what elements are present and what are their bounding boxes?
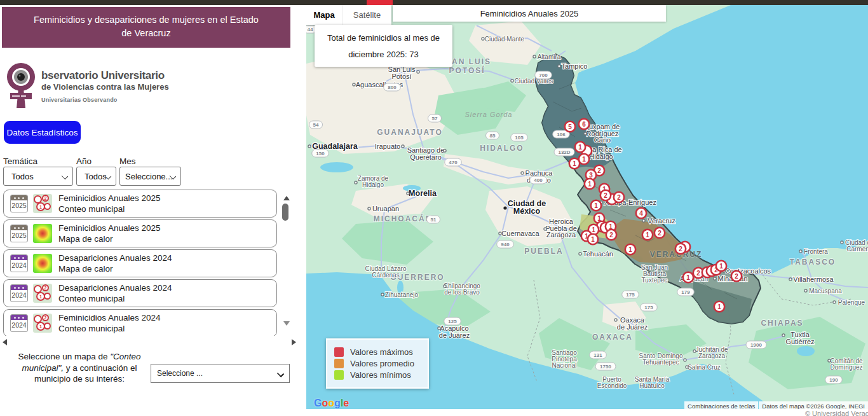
- tematica-select[interactable]: Todos: [3, 167, 73, 186]
- city-dot: [402, 145, 404, 148]
- map-marker[interactable]: 4: [636, 208, 646, 218]
- city-dot: [828, 359, 831, 362]
- layer-subtitle: Mapa de calor: [58, 263, 172, 274]
- map-marker[interactable]: 2: [731, 271, 742, 281]
- map-marker[interactable]: 1: [714, 302, 724, 312]
- city-label: Nacional: [552, 362, 577, 369]
- layer-card[interactable]: 202421Feminicidios Anuales 2024Conteo mu…: [3, 309, 277, 336]
- logo-line-2: de Violencias contra las Mujeres: [41, 82, 169, 92]
- city-dot: [511, 80, 513, 82]
- layer-card[interactable]: 202421Desapariciones Anuales 2024Conteo …: [3, 279, 277, 307]
- marker-count: 3: [589, 172, 593, 179]
- road-shield-number: 150: [316, 151, 325, 156]
- marker-count: 1: [686, 274, 690, 281]
- university-attribution: © Universidad Veracr: [805, 410, 868, 416]
- city-dot: [782, 334, 785, 336]
- map-marker[interactable]: 2: [654, 228, 665, 238]
- city-label: Salina Cruz: [688, 364, 721, 371]
- marker-count: 2: [604, 192, 607, 199]
- scrollbar-left-arrow[interactable]: [3, 339, 7, 345]
- state-label: MICHOACÁN: [374, 214, 433, 223]
- city-dot: [693, 350, 696, 352]
- map-type-satellite-button[interactable]: Satélite: [342, 5, 391, 25]
- statistics-data-button[interactable]: Datos Estadísticos: [4, 121, 81, 144]
- layer-year: 2025: [11, 232, 27, 239]
- map-attribution: Combinaciones de teclas Datos del mapa ©…: [684, 401, 868, 409]
- scrollbar-up-arrow[interactable]: [283, 196, 290, 200]
- scrollbar-thumb[interactable]: [282, 204, 288, 221]
- marker-count: 1: [719, 263, 723, 270]
- city-dot: [642, 219, 645, 222]
- city-label: Irapuato: [375, 142, 400, 150]
- city-label: Domínguez: [830, 364, 862, 371]
- keyboard-shortcuts-link[interactable]: Combinaciones de teclas: [684, 401, 758, 409]
- road-shield-number: 1900: [750, 342, 762, 348]
- cluster-map-thumbnail-icon: 21: [33, 194, 52, 213]
- anio-select[interactable]: Todos: [76, 167, 116, 186]
- layer-title: Feminicidios Anuales 2024: [58, 312, 161, 323]
- map-marker[interactable]: 1: [585, 179, 595, 189]
- layer-card[interactable]: 2024Desapariciones Anuales 2024Mapa de c…: [3, 249, 277, 277]
- sidebar: Feminicidios y desapariciones de mujeres…: [0, 5, 305, 416]
- city-label: Escondido: [597, 382, 627, 389]
- city-dot: [444, 285, 446, 288]
- map-marker[interactable]: 5: [565, 121, 575, 132]
- road-shield-number: 940: [501, 242, 510, 247]
- city-label: Cuernavaca: [501, 230, 539, 237]
- tematica-label: Temática: [3, 156, 37, 166]
- city-label: Altamira: [538, 53, 561, 60]
- layer-card[interactable]: 2025Feminicidios Anuales 2025Mapa de cal…: [3, 219, 277, 247]
- map-marker[interactable]: 1: [642, 230, 653, 240]
- map-marker[interactable]: 2: [600, 190, 611, 200]
- marker-count: 1: [717, 303, 721, 310]
- city-label: Tehuacán: [583, 250, 613, 258]
- map-type-map-button[interactable]: Mapa: [306, 5, 342, 25]
- google-map[interactable]: Sierra Gorda SAN LUISPOTOSÍGUANAJUATOHID…: [306, 5, 868, 409]
- city-label: Zaragoza: [546, 231, 576, 239]
- map-marker[interactable]: 1: [591, 200, 601, 211]
- layer-card[interactable]: 202521Feminicidios Anuales 2025Conteo mu…: [3, 190, 277, 218]
- map-marker[interactable]: 2: [606, 230, 616, 240]
- legend-label: Valores máximos: [350, 347, 413, 357]
- google-logo[interactable]: Google: [314, 398, 349, 409]
- mes-select[interactable]: Seleccione...: [119, 167, 181, 186]
- map-marker[interactable]: 1: [716, 261, 726, 271]
- tooltip-line-1: Total de feminicidios al mes de: [327, 33, 440, 43]
- logo-line-3: Universitarias Observando: [41, 97, 118, 103]
- municipio-select[interactable]: Seleccione ...: [151, 364, 290, 383]
- city-dot: [799, 250, 802, 253]
- anio-label: Año: [76, 156, 92, 166]
- city-dot: [438, 327, 440, 329]
- city-label: Uruapan: [372, 205, 399, 212]
- state-label: GUANAJUATO: [377, 128, 443, 137]
- map-marker[interactable]: 2: [614, 192, 624, 202]
- road-shield-number: 470: [449, 160, 458, 165]
- road-shield-number: 85: [490, 133, 496, 139]
- map-marker[interactable]: 1: [569, 158, 580, 169]
- road-shield-number: 131: [593, 352, 602, 358]
- road-shield-number: 700: [539, 73, 548, 78]
- female-symbol-icon: [5, 60, 41, 113]
- terrain-label: Sierra Gorda: [465, 111, 513, 118]
- map-marker[interactable]: 1: [625, 244, 635, 254]
- calendar-year-icon: 2024: [10, 314, 28, 332]
- scrollbar-down-arrow[interactable]: [283, 321, 290, 326]
- city-label: Carmen: [846, 246, 868, 253]
- scrollbar-right-arrow[interactable]: [292, 339, 296, 345]
- map-marker[interactable]: 1: [575, 142, 585, 152]
- map-marker[interactable]: 2: [675, 244, 686, 254]
- map-marker[interactable]: 1: [683, 272, 693, 282]
- state-label: CHIAPAS: [761, 319, 803, 328]
- map-marker[interactable]: 6: [579, 119, 589, 129]
- road-shield-number: 175: [644, 305, 653, 310]
- city-dot: [533, 55, 536, 58]
- road-shield-number: 190: [829, 377, 838, 383]
- legend-swatch: [334, 370, 344, 380]
- calendar-year-icon: 2025: [10, 195, 28, 212]
- calendar-year-icon: 2025: [10, 225, 28, 242]
- map-type-control: Mapa Satélite: [306, 5, 391, 25]
- tematica-value: Todos: [11, 172, 34, 181]
- city-dot: [499, 232, 501, 235]
- legend-label: Valores mínimos: [350, 370, 411, 380]
- map-marker[interactable]: 1: [588, 234, 598, 244]
